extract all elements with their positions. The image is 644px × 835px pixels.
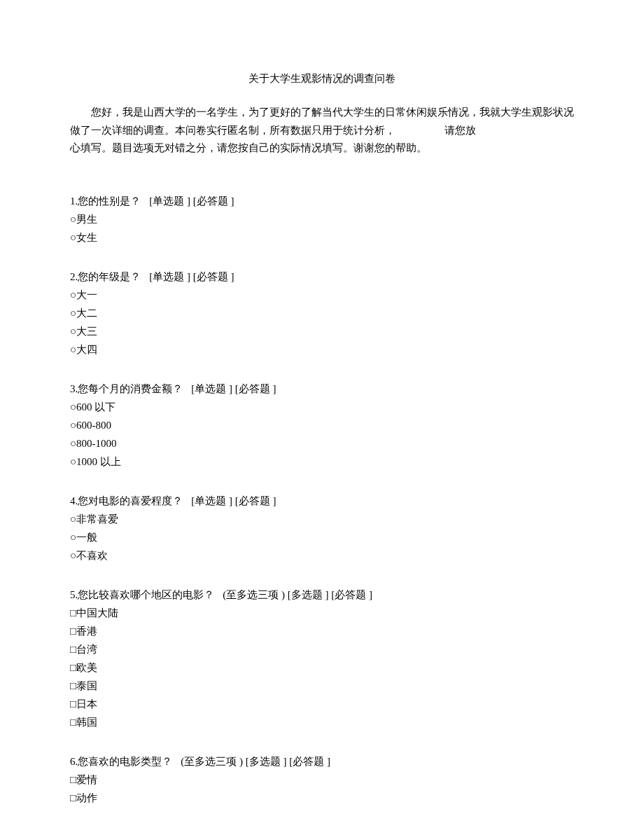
radio-icon: ○ — [70, 550, 76, 561]
option-label: 非常喜爱 — [76, 513, 118, 525]
question-label: 您喜欢的电影类型？ — [78, 756, 172, 767]
question-4: 4.您对电影的喜爱程度？[单选题 ] [必答题 ] ○非常喜爱 ○一般 ○不喜欢 — [70, 492, 574, 564]
checkbox-icon: □ — [70, 717, 76, 728]
tag-required: [必答题 ] — [193, 195, 234, 207]
tag-single: [单选题 ] — [149, 195, 190, 207]
question-label: 您每个月的消费金额？ — [78, 383, 183, 394]
option-label: 大二 — [76, 308, 97, 319]
option-row[interactable]: □欧美 — [70, 659, 574, 676]
question-num: 1. — [70, 195, 78, 207]
tag-single: [单选题 ] — [149, 271, 190, 282]
option-label: 韩国 — [76, 717, 97, 728]
question-num: 5. — [70, 589, 78, 600]
checkbox-icon: □ — [70, 662, 76, 673]
checkbox-icon: □ — [70, 774, 76, 785]
option-label: 大三 — [76, 326, 97, 337]
intro-paragraph: 您好，我是山西大学的一名学生，为了更好的了解当代大学生的日常休闲娱乐情况，我就大… — [70, 104, 574, 158]
checkbox-icon: □ — [70, 644, 76, 655]
question-2-text: 2.您的年级是？[单选题 ] [必答题 ] — [70, 268, 574, 285]
option-row[interactable]: ○大三 — [70, 323, 574, 340]
option-label: 大四 — [76, 344, 97, 355]
checkbox-icon: □ — [70, 792, 76, 803]
question-6-text: 6.您喜欢的电影类型？(至多选三项 ) [多选题 ] [必答题 ] — [70, 753, 574, 770]
intro-text-2: 心填写。题目选项无对错之分，请您按自己的实际情况填写。谢谢您的帮助。 — [70, 139, 574, 158]
option-row[interactable]: ○600 以下 — [70, 399, 574, 415]
hint-max3: (至多选三项 ) — [223, 589, 285, 600]
tag-single: [单选题 ] — [191, 495, 232, 506]
option-row[interactable]: ○800-1000 — [70, 435, 574, 452]
option-label: 不喜欢 — [76, 550, 108, 561]
option-label: 日本 — [76, 698, 97, 710]
option-row[interactable]: ○大四 — [70, 341, 574, 358]
question-label: 您对电影的喜爱程度？ — [78, 495, 183, 506]
radio-icon: ○ — [70, 326, 76, 337]
radio-icon: ○ — [70, 532, 76, 543]
radio-icon: ○ — [70, 214, 76, 225]
tag-multi: [多选题 ] — [288, 589, 329, 600]
option-row[interactable]: □香港 — [70, 623, 574, 640]
question-1-text: 1.您的性别是？[单选题 ] [必答题 ] — [70, 193, 574, 209]
question-6: 6.您喜欢的电影类型？(至多选三项 ) [多选题 ] [必答题 ] □爱情 □动… — [70, 753, 574, 806]
option-label: 中国大陆 — [76, 607, 118, 619]
option-label: 800-1000 — [76, 438, 117, 449]
option-label: 一般 — [76, 532, 97, 543]
question-3: 3.您每个月的消费金额？[单选题 ] [必答题 ] ○600 以下 ○600-8… — [70, 380, 574, 470]
hint-max3: (至多选三项 ) — [181, 756, 243, 767]
option-label: 香港 — [76, 626, 97, 637]
option-row[interactable]: □中国大陆 — [70, 605, 574, 621]
radio-icon: ○ — [70, 513, 76, 525]
option-label: 台湾 — [76, 644, 97, 655]
option-label: 600-800 — [76, 420, 111, 431]
option-label: 爱情 — [76, 774, 97, 785]
question-5-text: 5.您比较喜欢哪个地区的电影？(至多选三项 ) [多选题 ] [必答题 ] — [70, 586, 574, 603]
tag-required: [必答题 ] — [235, 383, 276, 394]
question-num: 6. — [70, 756, 78, 767]
radio-icon: ○ — [70, 420, 76, 431]
question-num: 4. — [70, 495, 78, 506]
question-1: 1.您的性别是？[单选题 ] [必答题 ] ○男生 ○女生 — [70, 193, 574, 246]
question-label: 您的性别是？ — [78, 195, 141, 207]
option-label: 女生 — [76, 232, 97, 243]
option-row[interactable]: □爱情 — [70, 771, 574, 788]
question-label: 您比较喜欢哪个地区的电影？ — [78, 589, 214, 600]
option-row[interactable]: ○一般 — [70, 529, 574, 546]
tag-required: [必答题 ] — [289, 756, 330, 767]
option-row[interactable]: ○不喜欢 — [70, 547, 574, 564]
option-label: 泰国 — [76, 680, 97, 691]
radio-icon: ○ — [70, 401, 76, 413]
option-row[interactable]: ○1000 以上 — [70, 453, 574, 470]
option-label: 欧美 — [76, 662, 97, 673]
option-row[interactable]: □韩国 — [70, 714, 574, 731]
option-row[interactable]: ○男生 — [70, 211, 574, 228]
question-5: 5.您比较喜欢哪个地区的电影？(至多选三项 ) [多选题 ] [必答题 ] □中… — [70, 586, 574, 731]
tag-required: [必答题 ] — [235, 495, 276, 506]
option-row[interactable]: ○非常喜爱 — [70, 511, 574, 527]
radio-icon: ○ — [70, 456, 76, 467]
radio-icon: ○ — [70, 232, 76, 243]
question-4-text: 4.您对电影的喜爱程度？[单选题 ] [必答题 ] — [70, 492, 574, 509]
question-3-text: 3.您每个月的消费金额？[单选题 ] [必答题 ] — [70, 380, 574, 397]
question-num: 2. — [70, 271, 78, 282]
checkbox-icon: □ — [70, 680, 76, 691]
checkbox-icon: □ — [70, 698, 76, 710]
tag-single: [单选题 ] — [191, 383, 232, 394]
checkbox-icon: □ — [70, 626, 76, 637]
option-row[interactable]: ○大二 — [70, 305, 574, 322]
option-row[interactable]: □动作 — [70, 789, 574, 806]
radio-icon: ○ — [70, 438, 76, 449]
option-label: 动作 — [76, 792, 97, 803]
intro-text-1: 您好，我是山西大学的一名学生，为了更好的了解当代大学生的日常休闲娱乐情况，我就大… — [70, 106, 574, 136]
question-2: 2.您的年级是？[单选题 ] [必答题 ] ○大一 ○大二 ○大三 ○大四 — [70, 268, 574, 358]
option-row[interactable]: ○女生 — [70, 229, 574, 246]
option-row[interactable]: □日本 — [70, 696, 574, 712]
page-title: 关于大学生观影情况的调查问卷 — [70, 70, 574, 87]
intro-trailing: 请您放 — [424, 122, 476, 140]
radio-icon: ○ — [70, 289, 76, 301]
option-label: 600 以下 — [76, 401, 115, 413]
question-num: 3. — [70, 383, 78, 394]
option-row[interactable]: ○600-800 — [70, 417, 574, 434]
option-row[interactable]: □泰国 — [70, 677, 574, 694]
checkbox-icon: □ — [70, 607, 76, 619]
option-row[interactable]: ○大一 — [70, 287, 574, 303]
option-row[interactable]: □台湾 — [70, 641, 574, 658]
